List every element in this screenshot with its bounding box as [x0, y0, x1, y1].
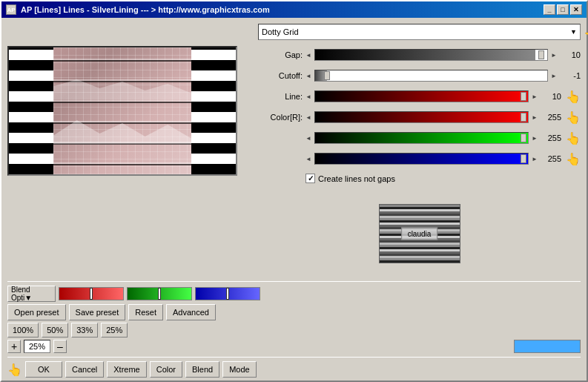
ok-button[interactable]: OK: [25, 361, 62, 378]
close-button[interactable]: ✕: [570, 4, 582, 15]
color-button[interactable]: Color: [150, 361, 182, 378]
gap-slider-thumb[interactable]: [538, 50, 544, 59]
cutoff-arrow-left[interactable]: ◄: [305, 73, 311, 79]
gap-arrow-right[interactable]: ►: [551, 52, 557, 59]
hand-pointer-line: 👆: [566, 90, 581, 104]
xtreme-button[interactable]: Xtreme: [107, 361, 146, 378]
zoom-row: + 25% –: [7, 340, 581, 353]
line-slider-thumb[interactable]: [521, 92, 526, 101]
advanced-button[interactable]: Advanced: [166, 304, 216, 320]
main-window: AP AP [Lines] Lines - SilverLining --- >…: [0, 0, 588, 382]
line-value: 10: [541, 92, 561, 101]
line-arrow-right[interactable]: ►: [532, 93, 538, 100]
green-blend-thumb: [158, 288, 161, 300]
preset-dropdown-row: Dotty Grid ▼ 👆: [258, 24, 581, 40]
line-slider[interactable]: [314, 90, 529, 102]
save-preset-button[interactable]: Save preset: [69, 304, 126, 320]
colorR-label: Color[R]:: [258, 113, 303, 122]
blue-blend-thumb: [226, 288, 229, 300]
percentages-row: 100% 50% 33% 25%: [7, 323, 581, 337]
open-preset-button[interactable]: Open preset: [7, 304, 66, 320]
line-arrow-left[interactable]: ◄: [305, 93, 311, 100]
colorR-arrow-right[interactable]: ►: [532, 114, 538, 121]
zoom-value-display: 25%: [24, 340, 50, 353]
preview-thumb-container: claudia: [258, 197, 581, 271]
colorB-arrow-right[interactable]: ►: [532, 156, 538, 162]
cancel-button[interactable]: Cancel: [65, 361, 104, 378]
colorR-arrow-left[interactable]: ◄: [305, 114, 311, 121]
title-bar: AP AP [Lines] Lines - SilverLining --- >…: [1, 1, 587, 18]
colorG-thumb[interactable]: [521, 134, 526, 142]
mode-button[interactable]: Mode: [222, 361, 257, 378]
colorG-arrow-right[interactable]: ►: [532, 135, 538, 142]
dropdown-arrow-icon: ▼: [570, 28, 577, 36]
line-slider-row: Line: ◄ ► 10 👆: [258, 89, 581, 104]
separator2: [7, 357, 581, 358]
colorR-slider-row: Color[R]: ◄ ► 255 👆: [258, 110, 581, 125]
checkbox-row: ✓ Create lines not gaps: [258, 174, 581, 183]
checkbox-check: ✓: [308, 174, 314, 182]
gap-arrow-left[interactable]: ◄: [305, 52, 311, 59]
colorG-value: 255: [541, 134, 561, 142]
cutoff-arrow-right[interactable]: ►: [551, 73, 557, 79]
colorB-thumb[interactable]: [521, 154, 526, 163]
window-title: AP [Lines] Lines - SilverLining --- > ht…: [21, 5, 270, 14]
gap-label: Gap:: [258, 50, 303, 59]
green-blend-slider[interactable]: [127, 287, 192, 300]
cutoff-slider-thumb[interactable]: [324, 71, 330, 80]
cutoff-value: -1: [560, 71, 581, 80]
colorG-slider-row: ◄ ► 255 👆: [258, 131, 581, 145]
gap-value: 10: [560, 50, 581, 59]
colorB-slider[interactable]: [314, 153, 529, 165]
right-panel: Dotty Grid ▼ 👆 Gap: ◄ ► 10: [258, 24, 581, 274]
preset-dropdown[interactable]: Dotty Grid ▼: [258, 24, 581, 40]
line-slider-fill: [315, 91, 528, 102]
cutoff-slider[interactable]: [314, 70, 548, 82]
preset-dropdown-value: Dotty Grid: [262, 27, 299, 36]
blend-row: Blend Opti▼: [7, 286, 581, 302]
hand-pointer-colorB: 👆: [566, 152, 581, 166]
minimize-button[interactable]: _: [544, 4, 555, 15]
gap-slider-fill: [315, 50, 535, 60]
blend-options-dropdown[interactable]: Blend Opti▼: [7, 286, 56, 302]
maximize-button[interactable]: □: [557, 4, 569, 15]
colorB-arrow-left[interactable]: ◄: [305, 156, 311, 162]
preset-buttons-row: Open preset Save preset Reset Advanced: [7, 304, 581, 320]
gap-slider[interactable]: [314, 49, 548, 61]
colorR-value: 255: [541, 113, 561, 122]
cutoff-slider-row: Cutoff: ◄ ► -1: [258, 68, 581, 83]
create-lines-checkbox[interactable]: ✓: [305, 174, 315, 183]
gap-slider-row: Gap: ◄ ► 10: [258, 47, 581, 62]
colorG-slider[interactable]: [314, 132, 529, 144]
percent-50-button[interactable]: 50%: [42, 323, 68, 337]
bottom-controls: Blend Opti▼ Open preset Save preset Rese…: [1, 277, 587, 381]
colorB-value: 255: [541, 154, 561, 163]
cutoff-label: Cutoff:: [258, 71, 303, 80]
hand-pointer-dropdown: 👆: [584, 25, 588, 39]
preset-dropdown-container: Dotty Grid ▼ 👆: [258, 24, 581, 40]
title-bar-left: AP AP [Lines] Lines - SilverLining --- >…: [6, 4, 270, 15]
thumb-label: claudia: [401, 228, 438, 240]
percent-100-button[interactable]: 100%: [7, 323, 39, 337]
colorG-fill: [315, 133, 528, 143]
colorG-arrow-left[interactable]: ◄: [305, 135, 311, 142]
preview-thumbnail: claudia: [379, 204, 460, 263]
colorB-fill: [315, 154, 528, 164]
red-blend-slider[interactable]: [59, 287, 124, 300]
blend-button[interactable]: Blend: [185, 361, 219, 378]
color-swatch: [514, 340, 581, 353]
preview-left-strip: [9, 47, 53, 174]
percent-25-button[interactable]: 25%: [101, 323, 128, 337]
colorR-fill: [315, 112, 528, 122]
colorR-thumb[interactable]: [521, 113, 526, 122]
zoom-minus-button[interactable]: –: [53, 340, 67, 353]
red-blend-thumb: [90, 288, 93, 300]
footer-buttons-row: 👆 OK Cancel Xtreme Color Blend Mode: [7, 361, 581, 378]
colorR-slider[interactable]: [314, 111, 529, 123]
reset-button[interactable]: Reset: [128, 304, 163, 320]
blue-blend-slider[interactable]: [195, 287, 260, 300]
title-buttons: _ □ ✕: [544, 4, 582, 15]
percent-33-button[interactable]: 33%: [71, 323, 98, 337]
zoom-plus-button[interactable]: +: [7, 340, 21, 353]
hand-pointer-ok: 👆: [7, 363, 22, 377]
